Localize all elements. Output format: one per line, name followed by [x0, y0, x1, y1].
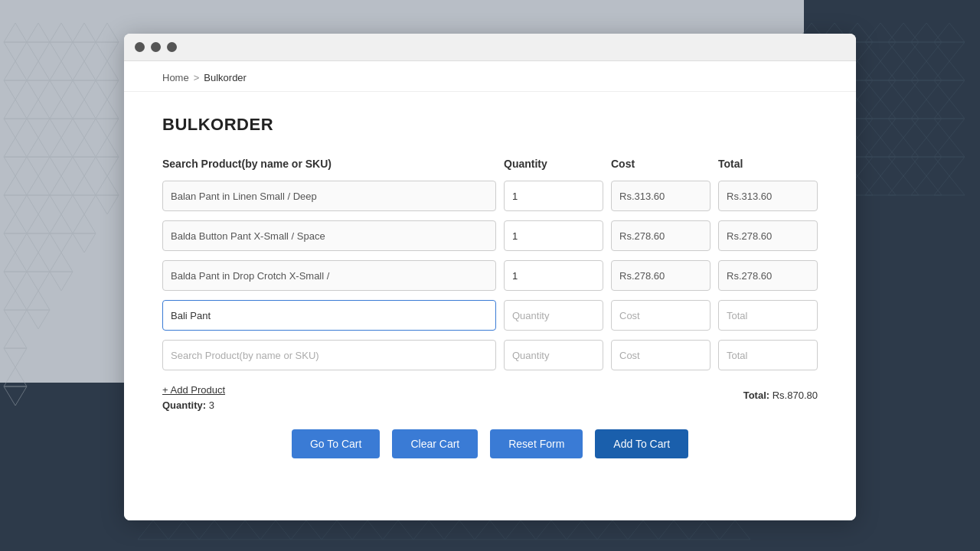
product-input-2[interactable] — [162, 220, 496, 251]
go-to-cart-button[interactable]: Go To Cart — [292, 429, 380, 458]
table-row — [162, 220, 818, 251]
quantity-input-5[interactable] — [504, 340, 603, 370]
traffic-light-red[interactable] — [135, 42, 145, 52]
summary-total: Total: Rs.870.80 — [743, 390, 818, 401]
quantity-input-1[interactable] — [504, 181, 603, 211]
product-input-4[interactable] — [162, 300, 496, 331]
cost-input-1[interactable] — [611, 181, 710, 211]
cost-input-4[interactable] — [611, 300, 710, 331]
product-input-1[interactable] — [162, 181, 496, 211]
total-input-3[interactable] — [718, 260, 818, 291]
product-input-5[interactable] — [162, 340, 496, 370]
table-row — [162, 340, 818, 370]
reset-form-button[interactable]: Reset Form — [490, 429, 583, 458]
total-input-5[interactable] — [718, 340, 818, 370]
traffic-light-yellow[interactable] — [151, 42, 161, 52]
col-header-quantity: Quantity — [504, 158, 603, 170]
clear-cart-button[interactable]: Clear Cart — [392, 429, 478, 458]
quantity-input-4[interactable] — [504, 300, 603, 331]
col-header-total: Total — [718, 158, 818, 170]
col-header-cost: Cost — [611, 158, 710, 170]
main-content: BULKORDER Search Product(by name or SKU)… — [124, 92, 856, 489]
bulk-table: Search Product(by name or SKU) Quantity … — [162, 158, 818, 370]
table-row — [162, 260, 818, 291]
page-title: BULKORDER — [162, 115, 818, 135]
cost-input-5[interactable] — [611, 340, 710, 370]
total-input-2[interactable] — [718, 220, 818, 251]
button-row: Go To Cart Clear Cart Reset Form Add To … — [162, 429, 818, 458]
traffic-light-green[interactable] — [167, 42, 177, 52]
summary-quantity: Quantity: 3 — [162, 399, 225, 411]
quantity-input-3[interactable] — [504, 260, 603, 291]
breadcrumb-separator: > — [194, 72, 200, 83]
browser-titlebar — [124, 34, 856, 61]
add-product-link[interactable]: + Add Product — [162, 384, 225, 396]
browser-content: Home > Bulkorder BULKORDER Search Produc… — [124, 61, 856, 520]
table-header: Search Product(by name or SKU) Quantity … — [162, 158, 818, 170]
total-input-4[interactable] — [718, 300, 818, 331]
cost-input-3[interactable] — [611, 260, 710, 291]
cost-input-2[interactable] — [611, 220, 710, 251]
breadcrumb: Home > Bulkorder — [124, 61, 856, 92]
breadcrumb-home[interactable]: Home — [162, 72, 189, 83]
add-to-cart-button[interactable]: Add To Cart — [595, 429, 688, 458]
table-row — [162, 300, 818, 331]
browser-window: Home > Bulkorder BULKORDER Search Produc… — [124, 34, 856, 520]
quantity-input-2[interactable] — [504, 220, 603, 251]
breadcrumb-current: Bulkorder — [204, 72, 247, 83]
col-header-product: Search Product(by name or SKU) — [162, 158, 496, 170]
table-row — [162, 181, 818, 211]
total-input-1[interactable] — [718, 181, 818, 211]
product-input-3[interactable] — [162, 260, 496, 291]
